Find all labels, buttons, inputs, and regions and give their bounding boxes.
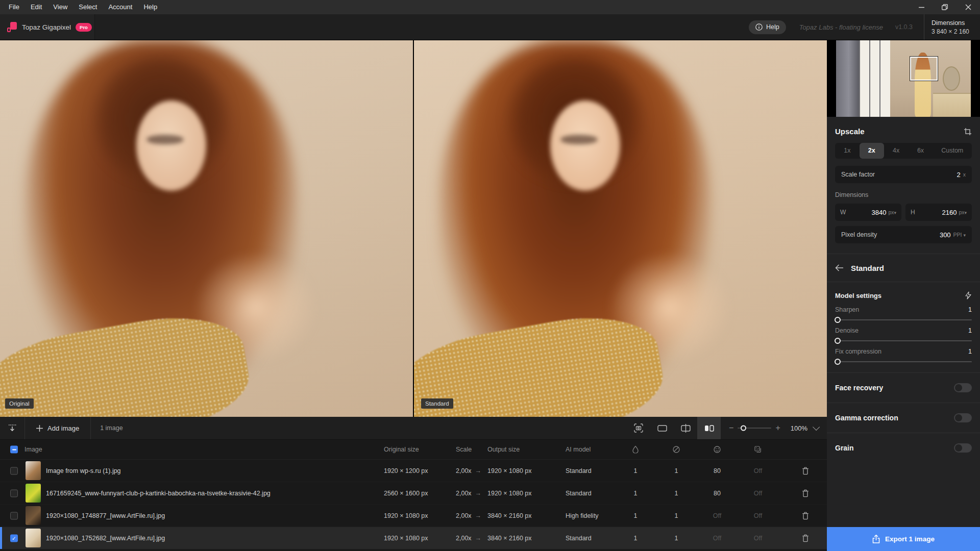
row-thumbnail (26, 484, 41, 503)
row-grain-value: Off (754, 490, 762, 497)
row-checkbox[interactable] (10, 467, 18, 474)
face-recovery-toggle[interactable] (954, 383, 972, 392)
scale-factor-field[interactable]: Scale factor 2 x (835, 166, 972, 183)
delete-row-button[interactable] (802, 489, 809, 497)
close-button[interactable] (957, 0, 980, 14)
sharpen-slider-thumb[interactable] (835, 317, 841, 323)
split-view-button[interactable] (674, 417, 697, 439)
zoom-out-button[interactable]: − (726, 423, 737, 433)
pixel-density-label: Pixel density (841, 231, 877, 238)
zoom-percent[interactable]: 100% (791, 424, 807, 432)
menu-view[interactable]: View (47, 0, 73, 14)
dresser-region (933, 93, 971, 117)
delete-row-button[interactable] (802, 512, 809, 519)
fix-compression-slider-thumb[interactable] (835, 359, 841, 365)
row-face-recovery-value: 80 (714, 467, 721, 474)
grain-label: Grain (835, 444, 854, 452)
scale-option-4x[interactable]: 4x (884, 143, 909, 159)
auto-settings-icon[interactable] (965, 291, 972, 299)
table-row[interactable]: 1671659245_www-funnyart-club-p-kartinki-… (0, 482, 827, 505)
denoise-slider-group: Denoise 1 (835, 327, 972, 341)
export-queue-button[interactable] (0, 417, 24, 439)
navigator[interactable] (827, 40, 980, 117)
dimensions-label: Dimensions (932, 19, 980, 27)
row-scale: 2,00x→ (456, 535, 481, 542)
app-logo-area: Topaz Gigapixel Pro (0, 14, 95, 40)
face-recovery-label: Face recovery (835, 384, 883, 392)
gamma-correction-toggle[interactable] (954, 413, 972, 422)
navigator-thumbnail[interactable] (836, 40, 971, 117)
scale-option-1x[interactable]: 1x (835, 143, 860, 159)
crop-icon[interactable] (964, 128, 972, 136)
add-image-button[interactable]: Add image (25, 417, 90, 439)
table-row[interactable]: 1920×1080_1748877_[www.ArtFile.ru].jpg19… (0, 505, 827, 527)
focus-preview-button[interactable] (627, 417, 650, 439)
pro-badge: Pro (76, 23, 92, 32)
menu-select[interactable]: Select (73, 0, 103, 14)
preview-canvas[interactable]: Original Standard (0, 40, 827, 417)
sharpen-slider-group: Sharpen 1 (835, 306, 972, 320)
export-button[interactable]: Export 1 image (827, 527, 980, 551)
view-region-rect[interactable] (910, 57, 938, 81)
plus-icon (36, 425, 43, 432)
fix-compression-slider[interactable] (835, 361, 972, 362)
scale-option-2x[interactable]: 2x (860, 143, 884, 159)
menu-help[interactable]: Help (138, 0, 163, 14)
enhanced-pane[interactable]: Standard (414, 40, 827, 417)
sharpen-slider[interactable] (835, 319, 972, 320)
scale-option-6x[interactable]: 6x (909, 143, 933, 159)
menu-edit[interactable]: Edit (25, 0, 47, 14)
row-original-size: 980 × 551 px (384, 535, 428, 542)
delete-row-button[interactable] (802, 534, 809, 542)
restore-button[interactable] (933, 0, 957, 14)
row-scale: 2,00x→ (456, 512, 481, 519)
row-face-recovery-value: Off (713, 512, 721, 519)
row-filename: 1671659245_www-funnyart-club-p-kartinki-… (46, 490, 271, 497)
row-checkbox[interactable] (10, 489, 18, 497)
window-region (859, 40, 890, 117)
width-field[interactable]: W 3840 px▾ (835, 204, 901, 221)
zoom-preset-chevron-icon[interactable] (813, 423, 820, 431)
row-original-size: 1920 × 1200 px (384, 467, 428, 474)
license-text: Topaz Labs - floating license (799, 23, 883, 31)
row-checkbox[interactable] (10, 512, 18, 519)
zoom-slider-thumb[interactable] (741, 425, 746, 431)
zoom-slider[interactable] (738, 428, 771, 429)
denoise-slider-thumb[interactable] (835, 338, 841, 344)
row-sharpen-value: 1 (634, 467, 638, 474)
height-field[interactable]: H 2160 px▾ (905, 204, 972, 221)
fix-compression-label: Fix compression (835, 348, 881, 355)
height-unit-chevron-icon[interactable]: ▾ (964, 210, 967, 215)
single-view-button[interactable] (650, 417, 674, 439)
minimize-button[interactable] (910, 0, 933, 14)
pixel-density-value[interactable]: 300 (940, 231, 951, 239)
width-value[interactable]: 3840 (871, 209, 886, 216)
scale-option-custom[interactable]: Custom (933, 143, 972, 159)
menu-account[interactable]: Account (103, 0, 138, 14)
denoise-slider[interactable] (835, 340, 972, 341)
original-pane[interactable]: Original (0, 40, 414, 417)
back-button[interactable] (835, 264, 844, 271)
scale-factor-label: Scale factor (841, 171, 875, 178)
row-checkbox[interactable]: ✓ (10, 534, 18, 542)
row-output-size: 980 × 551 px (487, 490, 532, 497)
pixel-density-chevron-icon[interactable]: ▾ (963, 233, 966, 238)
delete-row-button[interactable] (802, 467, 809, 474)
scale-factor-value[interactable]: 2 (957, 171, 961, 179)
grain-toggle[interactable] (954, 443, 972, 453)
column-output-size: Output size (487, 446, 520, 453)
pixel-density-field[interactable]: Pixel density 300 PPI ▾ (835, 226, 972, 243)
zoom-in-button[interactable]: + (772, 423, 783, 433)
help-button[interactable]: Help (749, 20, 786, 34)
select-all-checkbox[interactable] (10, 446, 18, 454)
table-row[interactable]: Image from wp-s.ru (1).jpg1920 × 1200 px… (0, 460, 827, 482)
menu-file[interactable]: File (3, 0, 25, 14)
model-name-title: Standard (851, 264, 884, 272)
mirror-region (943, 66, 960, 91)
width-unit-chevron-icon[interactable]: ▾ (894, 210, 896, 215)
row-grain-value: Off (754, 467, 762, 474)
height-value[interactable]: 2160 (942, 209, 957, 216)
table-row[interactable]: ✓1920×1080_1752682_[www.ArtFile.ru].jpg1… (0, 527, 827, 549)
row-denoise-value: 1 (675, 512, 678, 519)
side-by-side-view-button[interactable] (697, 417, 721, 439)
